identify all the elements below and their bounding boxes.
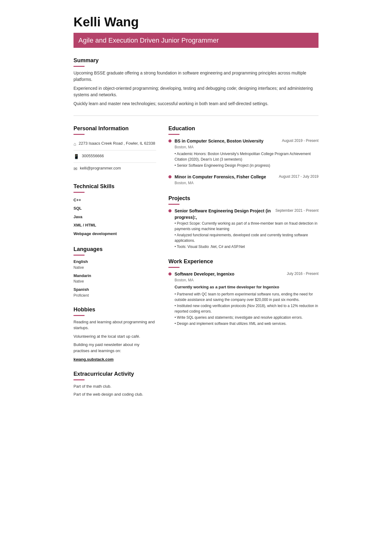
edu-sub-1: Boston, MA <box>175 180 318 186</box>
skill-1: SQL <box>74 204 156 213</box>
phone-text: 3005556666 <box>82 153 104 159</box>
lang-level-2: Proficient <box>74 293 156 298</box>
lang-name-1: Mandarin <box>74 273 156 279</box>
work-date-0: July 2016 - Present <box>287 271 318 276</box>
work-role-0: Currently working as a part time develop… <box>175 284 318 290</box>
two-col-layout: Personal Information ⌂ 2273 Isaacs Creek… <box>74 124 318 405</box>
proj-bullet-0-1: • Analyzed functional requirements, deve… <box>175 232 318 243</box>
work-content-0: Software Developer, Ingenixo July 2016 -… <box>175 271 318 327</box>
email-text: kelli@programmer.com <box>80 165 121 171</box>
lang-name-0: English <box>74 259 156 265</box>
work-sub-0: Boston, MA <box>175 277 318 283</box>
work-bullet-0-3: • Design and implement software that uti… <box>175 321 318 326</box>
resume-name: Kelli Wang <box>74 12 318 32</box>
lang-level-1: Native <box>74 279 156 284</box>
email-icon: ✉ <box>74 165 77 173</box>
edu-bullet-0-0: • Academic Honors: Boston University's M… <box>175 151 318 162</box>
work-bullet-0-1: • Instituted new coding verification pro… <box>175 303 318 314</box>
phone-icon: 📱 <box>74 153 79 160</box>
edu-bullet-0-1: • Senior Software Engineering Design Pro… <box>175 163 318 168</box>
work-bullet-0-2: • Write SQL queries and statements; inve… <box>175 315 318 320</box>
right-column: Education BS in Computer Science, Boston… <box>168 124 318 405</box>
summary-p2: Experienced in object-oriented programmi… <box>74 85 318 98</box>
education-title: Education <box>168 124 318 136</box>
personal-title: Personal Information <box>74 124 156 136</box>
lang-name-2: Spanish <box>74 287 156 293</box>
hobby-link[interactable]: kwang.substack.com <box>74 357 114 362</box>
edu-title-1: Minor in Computer Forensics, Fisher Coll… <box>175 174 266 180</box>
lang-0: English Native <box>74 259 156 270</box>
personal-section: Personal Information ⌂ 2273 Isaacs Creek… <box>74 124 156 175</box>
skill-0: C++ <box>74 196 156 204</box>
edu-date-0: August 2019 - Present <box>282 138 318 143</box>
edu-item-1: Minor in Computer Forensics, Fisher Coll… <box>168 174 318 187</box>
extracurricular-section: Extracurricular Activity Part of the mat… <box>74 370 156 397</box>
skill-4: Webpage development <box>74 230 156 238</box>
extracurricular-title: Extracurricular Activity <box>74 370 156 382</box>
edu-title-0: BS in Computer Science, Boston Universit… <box>175 138 263 144</box>
languages-section: Languages English Native Mandarin Native… <box>74 245 156 298</box>
proj-title-0: Senior Software Engineering Design Proje… <box>175 208 272 221</box>
work-job-title-0: Software Developer, Ingenixo <box>175 271 234 277</box>
work-title: Work Experience <box>168 257 318 269</box>
lang-level-0: Native <box>74 265 156 270</box>
summary-p3: Quickly learn and master new technologie… <box>74 101 318 107</box>
projects-section: Projects Senior Software Engineering Des… <box>168 194 318 250</box>
edu-content-0: BS in Computer Science, Boston Universit… <box>175 138 318 169</box>
divider <box>74 116 318 116</box>
project-content-0: Senior Software Engineering Design Proje… <box>175 208 318 250</box>
summary-p1: Upcoming BSSE graduate offering a strong… <box>74 70 318 83</box>
phone-item: 📱 3005556666 <box>74 150 156 163</box>
work-item-0: Software Developer, Ingenixo July 2016 -… <box>168 271 318 327</box>
title-bar: Agile and Execution Driven Junior Progra… <box>74 33 318 48</box>
extra-1: Part of the web design and coding club. <box>74 391 156 397</box>
edu-content-1: Minor in Computer Forensics, Fisher Coll… <box>175 174 318 187</box>
proj-bullet-0-2: • Tools: Visual Studio .Net, C# and ASP.… <box>175 244 318 249</box>
summary-section: Summary Upcoming BSSE graduate offering … <box>74 56 318 107</box>
skill-3: XML / HTML <box>74 221 156 230</box>
edu-sub-0: Boston, MA <box>175 144 318 150</box>
hobby-1: Volunteering at the local start up café. <box>74 333 156 340</box>
address-item: ⌂ 2273 Isaacs Creek Road , Fowler, IL 62… <box>74 138 156 150</box>
education-section: Education BS in Computer Science, Boston… <box>168 124 318 187</box>
extra-0: Part of the math club. <box>74 383 156 390</box>
hobbies-section: Hobbies Reading and learning about progr… <box>74 306 156 363</box>
project-item-0: Senior Software Engineering Design Proje… <box>168 208 318 250</box>
proj-date-0: September 2021 - Present <box>275 208 318 213</box>
lang-1: Mandarin Native <box>74 273 156 284</box>
skills-section: Technical Skills C++ SQL Java XML / HTML… <box>74 182 156 238</box>
edu-dot-0 <box>168 139 172 143</box>
work-dot-0 <box>168 272 172 276</box>
hobbies-title: Hobbies <box>74 306 156 317</box>
address-text: 2273 Isaacs Creek Road , Fowler, IL 6233… <box>79 140 155 146</box>
work-section: Work Experience Software Developer, Inge… <box>168 257 318 327</box>
work-bullet-0-0: • Partnered with QC team to perform expe… <box>175 291 318 302</box>
languages-title: Languages <box>74 245 156 257</box>
skill-2: Java <box>74 213 156 221</box>
left-column: Personal Information ⌂ 2273 Isaacs Creek… <box>74 124 156 405</box>
email-item: ✉ kelli@programmer.com <box>74 163 156 175</box>
summary-title: Summary <box>74 56 318 68</box>
projects-title: Projects <box>168 194 318 206</box>
project-dot-0 <box>168 209 172 212</box>
skills-title: Technical Skills <box>74 182 156 194</box>
edu-date-1: August 2017 - July 2019 <box>279 174 318 179</box>
hobby-0: Reading and learning about programming a… <box>74 319 156 331</box>
proj-bullet-0-0: • Project Scope: Currently working as pa… <box>175 221 318 232</box>
lang-2: Spanish Proficient <box>74 287 156 298</box>
home-icon: ⌂ <box>74 141 76 148</box>
edu-dot-1 <box>168 175 172 178</box>
hobby-2: Building my paid newsletter about my pra… <box>74 342 156 354</box>
edu-item-0: BS in Computer Science, Boston Universit… <box>168 138 318 169</box>
